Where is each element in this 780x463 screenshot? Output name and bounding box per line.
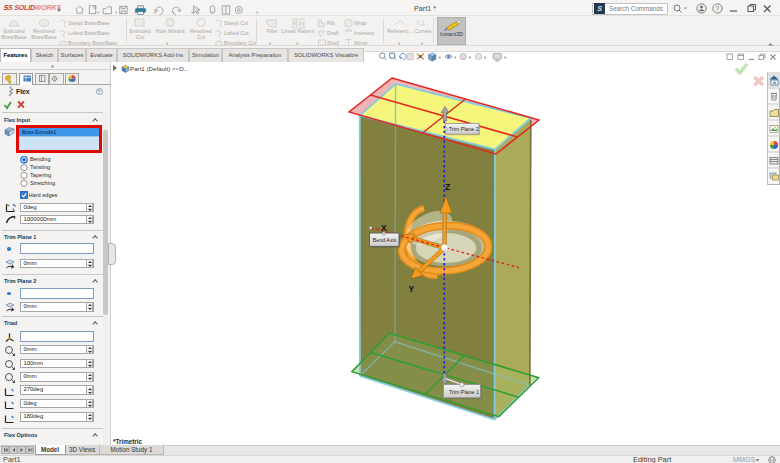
svg-text:▾: ▾: [484, 55, 487, 60]
svg-text:▾: ▾: [439, 55, 442, 60]
svg-text:Bend Axis: Bend Axis: [373, 237, 397, 243]
svg-text:▾: ▾: [504, 55, 507, 60]
svg-text:Y: Y: [409, 284, 415, 294]
svg-text:▾: ▾: [454, 55, 457, 60]
svg-text:X: X: [381, 223, 387, 233]
svg-text:▾: ▾: [469, 55, 472, 60]
svg-text:Z: Z: [445, 182, 450, 192]
svg-text:?: ?: [715, 5, 719, 12]
svg-text:Trim Plane 1: Trim Plane 1: [449, 389, 479, 395]
svg-text:Trim Plane 2: Trim Plane 2: [449, 126, 479, 132]
